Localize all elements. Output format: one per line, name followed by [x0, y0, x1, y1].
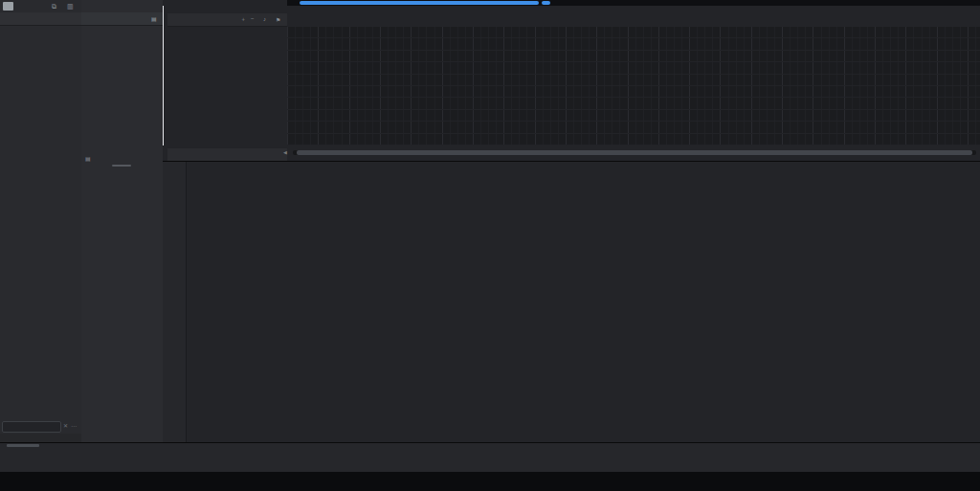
panel-grip[interactable] — [112, 165, 131, 167]
marker-flag-icon[interactable]: ⚑ — [276, 16, 280, 23]
transport-option-groups — [0, 447, 980, 472]
track-list-panel: ⧉ ▥ ✕ ⋯ — [0, 0, 82, 442]
clear-filter-icon[interactable]: ✕ — [63, 422, 68, 429]
transport-bar — [0, 472, 980, 491]
filter-input[interactable] — [2, 421, 61, 433]
meter-panel-icon[interactable]: ▥ — [67, 3, 74, 11]
inspector-panel: ▤ ▤ — [81, 0, 164, 442]
scrollbar-left-arrow[interactable]: ◀ — [283, 149, 287, 155]
inspector-params — [81, 27, 163, 155]
clip-area[interactable] — [287, 27, 980, 145]
timeline-ruler[interactable] — [287, 6, 980, 13]
main-menu-icon[interactable] — [3, 2, 13, 11]
notes-icon[interactable]: ▤ — [85, 155, 91, 162]
track-rows — [0, 27, 81, 251]
add-marker-icon[interactable]: ＋ — [240, 15, 246, 24]
marker-lane-header: ＋ − ♪ ⚑ — [167, 13, 287, 27]
track-list-header — [0, 12, 81, 26]
keyboard-icon[interactable]: ▤ — [151, 15, 157, 22]
playhead — [163, 6, 164, 145]
arrange-toolbar — [163, 0, 287, 13]
marker-lane[interactable] — [287, 13, 980, 28]
arrange-view: ＋ − ♪ ⚑ ◀ — [163, 0, 980, 161]
mixer-sidebar — [163, 162, 187, 443]
metronome-track-icon[interactable]: ♪ — [263, 16, 266, 22]
mixer-strips — [186, 162, 980, 443]
duplicate-window-icon[interactable]: ⧉ — [52, 3, 56, 11]
inspector-channel-strip — [81, 204, 163, 442]
transport-panel — [0, 442, 980, 491]
mixer-panel — [163, 161, 980, 443]
filter-options-icon[interactable]: ⋯ — [71, 422, 77, 429]
inspector-title-row: ▤ — [81, 12, 163, 26]
inspector-io — [81, 170, 163, 203]
studio-one-window: ⧉ ▥ ✕ ⋯ ▤ ▤ ＋ − ♪ ⚑ — [0, 0, 980, 491]
remove-marker-icon[interactable]: − — [251, 15, 255, 21]
arrange-footer — [167, 148, 287, 161]
h-scrollbar-thumb[interactable] — [297, 150, 972, 155]
zoom-range-thumb[interactable] — [300, 1, 539, 5]
zoom-range-blip[interactable] — [542, 1, 550, 5]
arrange-track-headers — [167, 27, 287, 145]
